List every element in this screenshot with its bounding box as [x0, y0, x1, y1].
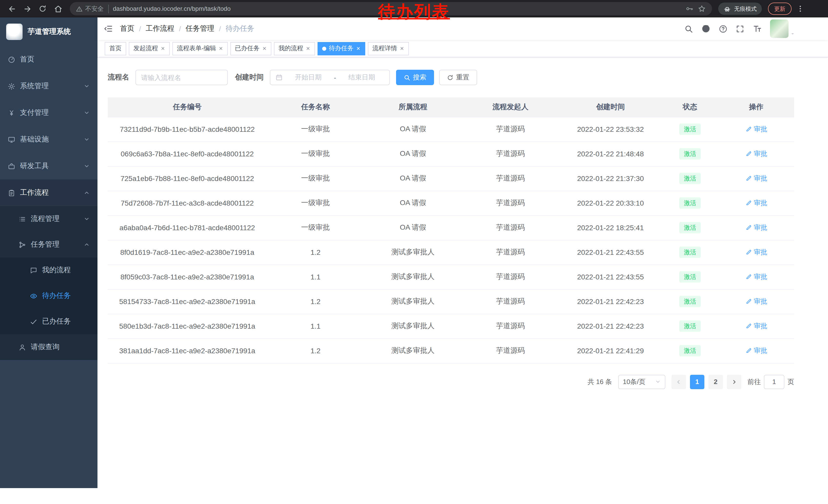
sidebar-item-devtools[interactable]: 研发工具 — [0, 153, 97, 179]
prev-page-button[interactable] — [671, 374, 686, 389]
edit-icon — [745, 348, 752, 354]
approve-link[interactable]: 审批 — [745, 272, 767, 281]
sidebar-item-process-mgmt[interactable]: 流程管理 — [0, 206, 97, 232]
top-navbar: 首页 / 工作流程 / 任务管理 / 待办任务 — [97, 17, 828, 40]
app-logo[interactable]: 芋道管理系统 — [0, 17, 97, 46]
breadcrumb-task-mgmt[interactable]: 任务管理 — [186, 24, 214, 33]
sidebar-item-home[interactable]: 首页 — [0, 46, 97, 73]
browser-back-button[interactable] — [5, 2, 18, 15]
sidebar-item-payment[interactable]: 支付管理 — [0, 99, 97, 126]
approve-link[interactable]: 审批 — [745, 346, 767, 355]
status-cell: 激活 — [662, 215, 718, 240]
close-icon[interactable] — [306, 46, 310, 51]
breadcrumb-separator: / — [219, 25, 221, 33]
help-icon[interactable] — [719, 25, 728, 33]
tab-done-task[interactable]: 已办任务 — [230, 42, 272, 55]
sidebar-item-done-task[interactable]: 已办任务 — [0, 309, 97, 334]
task-id-cell: 069c6a63-7b8a-11ec-8ef0-acde48001122 — [108, 141, 267, 166]
starter-cell: 芋道源码 — [462, 141, 559, 166]
page-button-2[interactable]: 2 — [708, 374, 723, 389]
next-page-button[interactable] — [727, 374, 741, 389]
sidebar-item-todo-task[interactable]: 待办任务 — [0, 283, 97, 309]
user-menu[interactable] — [770, 19, 795, 38]
sidebar-item-workflow[interactable]: 工作流程 — [0, 179, 97, 206]
chevron-down-icon — [84, 136, 90, 142]
approve-link[interactable]: 审批 — [745, 125, 767, 134]
sidebar-item-task-mgmt[interactable]: 任务管理 — [0, 232, 97, 258]
approve-link[interactable]: 审批 — [745, 223, 767, 232]
browser-reload-button[interactable] — [36, 2, 49, 15]
browser-menu-button[interactable] — [794, 2, 807, 15]
breadcrumb-workflow[interactable]: 工作流程 — [146, 24, 174, 33]
status-badge: 激活 — [679, 148, 701, 159]
process-name-input[interactable] — [141, 74, 222, 81]
task-name-cell: 一级审批 — [267, 215, 364, 240]
starter-cell: 芋道源码 — [462, 215, 559, 240]
created-cell: 2022-01-22 21:37:30 — [559, 166, 662, 191]
close-icon[interactable] — [356, 46, 361, 51]
column-header-created: 创建时间 — [559, 97, 662, 117]
fullscreen-icon[interactable] — [736, 25, 744, 33]
sidebar-item-label: 工作流程 — [20, 188, 79, 197]
breadcrumb-home[interactable]: 首页 — [120, 24, 134, 33]
status-cell: 激活 — [662, 265, 718, 289]
update-button[interactable]: 更新 — [768, 3, 792, 15]
approve-link[interactable]: 审批 — [745, 198, 767, 208]
security-indicator[interactable]: 不安全 — [76, 4, 109, 13]
sidebar-fold-icon[interactable] — [104, 24, 113, 33]
status-cell: 激活 — [662, 166, 718, 191]
task-name-cell: 一级审批 — [267, 117, 364, 141]
tab-label: 流程表单-编辑 — [177, 44, 216, 53]
browser-forward-button[interactable] — [20, 2, 34, 15]
created-cell: 2022-01-22 18:25:41 — [559, 215, 662, 240]
search-icon[interactable] — [685, 25, 693, 33]
search-button[interactable]: 搜索 — [396, 70, 434, 85]
password-key-icon[interactable] — [686, 5, 694, 13]
approve-link[interactable]: 审批 — [745, 149, 767, 158]
reset-button[interactable]: 重置 — [439, 70, 477, 85]
bookmark-star-icon[interactable] — [698, 5, 706, 13]
table-row: 58154733-7ac8-11ec-a9e2-a2380e71991a 1.2… — [108, 289, 794, 314]
total-count: 共 16 条 — [588, 377, 612, 386]
approve-link-label: 审批 — [754, 321, 767, 331]
page-size-select[interactable]: 10条/页 — [618, 374, 665, 389]
approve-link[interactable]: 审批 — [745, 248, 767, 257]
approve-link[interactable]: 审批 — [745, 321, 767, 331]
page-button-1[interactable]: 1 — [690, 374, 704, 389]
sidebar: 芋道管理系统 首页 系统管理 支付管理 — [0, 17, 97, 488]
update-label: 更新 — [774, 5, 785, 12]
sidebar-item-infra[interactable]: 基础设施 — [0, 126, 97, 153]
goto-page-input[interactable] — [764, 374, 784, 389]
close-icon[interactable] — [161, 46, 165, 51]
approve-link[interactable]: 审批 — [745, 174, 767, 183]
browser-home-button[interactable] — [51, 2, 65, 15]
table-row: 73211d9d-7b9b-11ec-b5b7-acde48001122 一级审… — [108, 117, 794, 141]
sidebar-item-system[interactable]: 系统管理 — [0, 73, 97, 99]
tab-my-process[interactable]: 我的流程 — [274, 42, 315, 55]
task-table: 任务编号 任务名称 所属流程 流程发起人 创建时间 状态 操作 73211d9d… — [108, 97, 794, 363]
approve-link[interactable]: 审批 — [745, 297, 767, 306]
status-cell: 激活 — [662, 240, 718, 265]
screen: 不安全 dashboard.yudao.iocoder.cn/bpm/task/… — [0, 0, 828, 504]
sidebar-item-leave-query[interactable]: 请假查询 — [0, 334, 97, 360]
status-badge: 激活 — [679, 222, 701, 233]
font-size-icon[interactable] — [753, 24, 762, 33]
tab-todo-task[interactable]: 待办任务 — [318, 42, 365, 55]
status-badge: 激活 — [679, 197, 701, 209]
tab-form-edit[interactable]: 流程表单-编辑 — [172, 42, 228, 55]
close-icon[interactable] — [400, 46, 404, 51]
date-range-picker[interactable]: 开始日期 - 结束日期 — [270, 70, 390, 85]
task-id-cell: 381aa1dd-7ac8-11ec-a9e2-a2380e71991a — [108, 338, 267, 363]
github-icon[interactable] — [701, 24, 710, 33]
tab-start-process[interactable]: 发起流程 — [129, 42, 170, 55]
search-button-label: 搜索 — [413, 73, 426, 82]
sidebar-menu: 首页 系统管理 支付管理 基础设施 — [0, 46, 97, 360]
sidebar-item-my-process[interactable]: 我的流程 — [0, 258, 97, 283]
process-cell: OA 请假 — [364, 117, 462, 141]
close-icon[interactable] — [262, 46, 267, 51]
close-icon[interactable] — [218, 46, 223, 51]
tab-process-detail[interactable]: 流程详情 — [368, 42, 409, 55]
tab-home[interactable]: 首页 — [105, 42, 126, 55]
page-unit-label: 页 — [787, 377, 794, 386]
starter-cell: 芋道源码 — [462, 117, 559, 141]
